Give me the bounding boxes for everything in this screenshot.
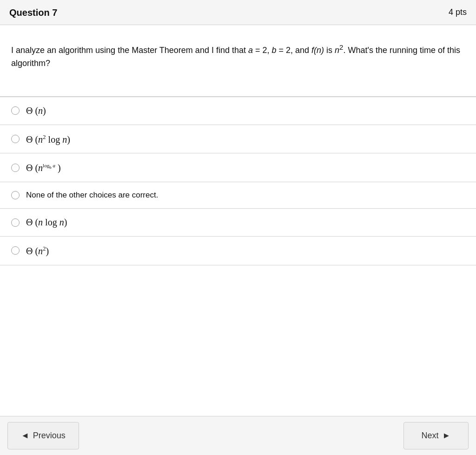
option-label-5: Θ (n log n) (26, 217, 67, 228)
radio-5[interactable] (11, 218, 20, 227)
question-header: Question 7 4 pts (0, 0, 476, 25)
option-label-2: Θ (n2 log n) (26, 133, 70, 145)
previous-label: Previous (33, 431, 66, 441)
question-body: I analyze an algorithm using the Master … (0, 25, 476, 97)
footer-nav: ◄ Previous Next ► (0, 416, 476, 455)
options-container: Θ (n) Θ (n2 log n) Θ (nlogb a ) None of … (0, 97, 476, 265)
next-button[interactable]: Next ► (403, 422, 469, 449)
next-arrow-icon: ► (443, 431, 451, 441)
radio-1[interactable] (11, 106, 20, 115)
option-3[interactable]: Θ (nlogb a ) (0, 153, 476, 182)
option-2[interactable]: Θ (n2 log n) (0, 125, 476, 153)
radio-2[interactable] (11, 135, 20, 143)
question-title: Question 7 (9, 7, 57, 18)
option-1[interactable]: Θ (n) (0, 97, 476, 125)
option-6[interactable]: Θ (n2) (0, 236, 476, 265)
option-4[interactable]: None of the other choices are correct. (0, 182, 476, 208)
radio-4[interactable] (11, 191, 20, 199)
option-label-6: Θ (n2) (26, 245, 49, 257)
option-label-1: Θ (n) (26, 106, 46, 116)
option-label-3: Θ (nlogb a ) (26, 162, 61, 173)
previous-button[interactable]: ◄ Previous (7, 422, 79, 449)
spacer (0, 265, 476, 416)
option-label-4: None of the other choices are correct. (26, 191, 158, 200)
radio-6[interactable] (11, 246, 20, 255)
option-5[interactable]: Θ (n log n) (0, 208, 476, 236)
question-text: I analyze an algorithm using the Master … (11, 42, 465, 70)
next-label: Next (422, 431, 439, 441)
radio-3[interactable] (11, 164, 20, 172)
page-container: Question 7 4 pts I analyze an algorithm … (0, 0, 476, 455)
points-label: 4 pts (449, 7, 467, 17)
previous-arrow-icon: ◄ (21, 431, 29, 441)
